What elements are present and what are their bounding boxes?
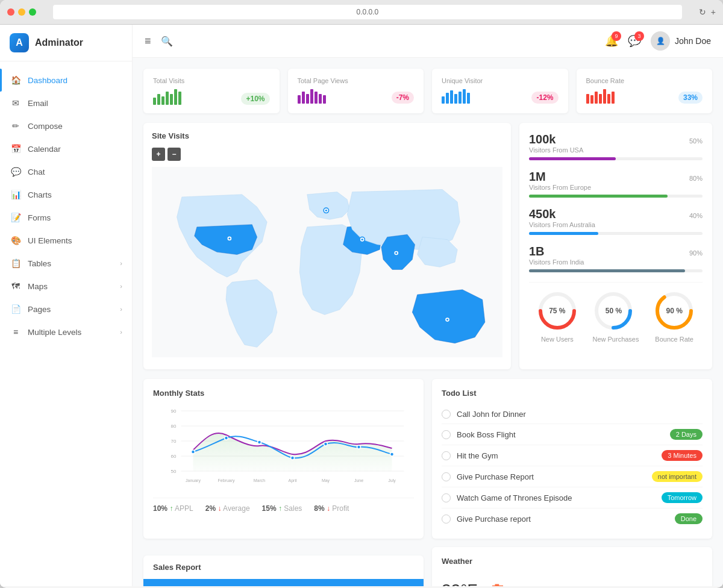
map-zoom-in[interactable]: + — [152, 148, 165, 161]
sidebar-item-charts[interactable]: 📊 Charts — [0, 183, 132, 206]
stat-content: -7% — [298, 89, 415, 104]
minimize-button[interactable] — [18, 8, 25, 16]
sidebar-item-label: Multiple Levels — [28, 328, 81, 337]
avatar: 👤 — [651, 31, 670, 51]
sidebar-item-compose[interactable]: ✏ Compose — [0, 114, 132, 137]
brand-logo: A — [10, 33, 29, 52]
stat-title: Bounce Rate — [586, 77, 703, 84]
bar — [310, 89, 313, 104]
weather-temp: 32°F — [442, 581, 477, 586]
donut-row: 75 % New Users — [529, 282, 703, 343]
email-icon: ✉ — [10, 97, 22, 109]
todo-text: Give Purchase report — [457, 514, 531, 524]
multiple-levels-icon: ≡ — [10, 326, 22, 338]
stat-bounce-rate: Bounce Rate 33% — [577, 69, 713, 113]
svg-point-36 — [258, 440, 261, 444]
sidebar-item-chat[interactable]: 💬 Chat — [0, 160, 132, 183]
pages-arrow: › — [120, 305, 122, 313]
mini-chart — [442, 89, 470, 104]
sidebar-item-maps[interactable]: 🗺 Maps › — [0, 275, 132, 298]
sidebar-item-pages[interactable]: 📄 Pages › — [0, 298, 132, 321]
stat-label: Sales — [284, 504, 302, 513]
sidebar-item-email[interactable]: ✉ Email — [0, 92, 132, 114]
todo-checkbox[interactable] — [442, 514, 451, 524]
mini-chart — [586, 89, 615, 104]
mini-chart — [153, 89, 181, 105]
expand-button[interactable]: + — [711, 7, 716, 17]
todo-checkbox[interactable] — [442, 451, 451, 460]
svg-text:90: 90 — [171, 408, 177, 414]
sidebar-item-label: Compose — [28, 122, 63, 131]
todo-title: Todo List — [442, 389, 703, 398]
visitor-count: 1M — [529, 170, 546, 184]
mini-chart — [298, 89, 326, 104]
donut-new-users: 75 % New Users — [536, 290, 578, 343]
stat-title: Total Visits — [153, 77, 270, 84]
user-name: John Doe — [675, 36, 711, 46]
maps-arrow: › — [120, 283, 122, 290]
stat-badge: 33% — [678, 92, 703, 104]
bar — [603, 89, 606, 104]
bar — [586, 94, 589, 104]
stat-total-visits: Total Visits +10% — [143, 69, 280, 113]
sidebar-item-ui-elements[interactable]: 🎨 UI Elements — [0, 229, 132, 252]
svg-text:80: 80 — [171, 424, 177, 429]
todo-text: Watch Game of Thrones Episode — [457, 493, 572, 502]
map-zoom-out[interactable]: − — [167, 148, 181, 161]
app-container: A Adminator 🏠 Dashboard ✉ Email ✏ Compos… — [0, 25, 723, 586]
bar — [612, 92, 615, 104]
bar — [599, 94, 602, 104]
stat-value: 10% — [153, 504, 167, 513]
fullscreen-button[interactable] — [29, 8, 36, 16]
bar — [166, 92, 169, 105]
svg-text:March: March — [254, 478, 266, 483]
todo-tag: Done — [675, 513, 703, 524]
url-bar[interactable]: 0.0.0.0 — [53, 5, 682, 19]
messages-button[interactable]: 💬 3 — [628, 34, 641, 48]
sidebar-item-forms[interactable]: 📝 Forms — [0, 206, 132, 229]
hamburger-button[interactable]: ≡ — [145, 35, 151, 48]
stat-page-views: Total Page Views -7% — [288, 69, 424, 113]
bar — [302, 92, 305, 104]
todo-checkbox[interactable] — [442, 410, 451, 419]
visitor-label: Visitors From India — [529, 258, 703, 266]
stat-title: Total Page Views — [298, 77, 415, 84]
todo-item-gym: Hit the Gym 3 Minutes — [442, 445, 703, 466]
stat-label: Profit — [332, 504, 349, 513]
reload-button[interactable]: ↻ — [699, 7, 706, 17]
bar — [595, 92, 598, 104]
visitor-header: 100k 50% — [529, 133, 703, 146]
notifications-badge: 9 — [612, 31, 621, 41]
visitor-pct: 40% — [689, 212, 703, 219]
close-button[interactable] — [7, 8, 14, 16]
todo-text: Call John for Dinner — [457, 410, 526, 419]
notifications-button[interactable]: 🔔 9 — [605, 34, 618, 48]
weather-main: 32°F 🌧 Partly Clouds Monday Nov, 01 2017 — [442, 573, 703, 586]
header: ≡ 🔍 🔔 9 💬 3 👤 John Doe — [133, 25, 723, 58]
visitor-bar-bg — [529, 232, 703, 235]
search-button[interactable]: 🔍 — [161, 36, 173, 47]
sidebar-item-multiple-levels[interactable]: ≡ Multiple Levels › — [0, 321, 132, 343]
maps-icon: 🗺 — [10, 280, 22, 292]
donut-pct: 75 % — [549, 307, 565, 315]
bar — [323, 95, 326, 104]
chart-stat-sales: 15% ↑ Sales — [262, 504, 302, 513]
bar — [463, 89, 466, 104]
visitor-count: 100k — [529, 133, 556, 146]
todo-text: Give Purchase Report — [457, 472, 534, 481]
sidebar-item-tables[interactable]: 📋 Tables › — [0, 252, 132, 275]
todo-checkbox[interactable] — [442, 430, 451, 439]
svg-text:70: 70 — [171, 439, 177, 444]
svg-text:January: January — [186, 478, 201, 483]
sidebar-item-label: Tables — [28, 259, 51, 268]
visitors-card: 100k 50% Visitors From USA 1M 80% — [519, 123, 712, 369]
stat-label: APPL — [175, 504, 193, 513]
sidebar-item-calendar[interactable]: 📅 Calendar — [0, 137, 132, 160]
sidebar-item-dashboard[interactable]: 🏠 Dashboard — [0, 69, 132, 92]
url-text: 0.0.0.0 — [357, 8, 379, 16]
line-chart: 90 80 70 60 50 January February March Ap… — [153, 405, 414, 489]
todo-checkbox[interactable] — [442, 472, 451, 481]
stat-content: -12% — [442, 89, 559, 104]
todo-checkbox[interactable] — [442, 493, 451, 502]
calendar-icon: 📅 — [10, 143, 22, 155]
